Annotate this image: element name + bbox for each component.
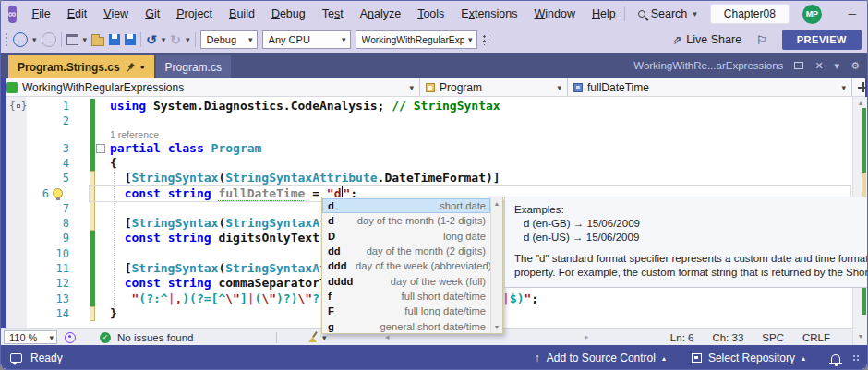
navigate-back-chevron-icon[interactable]: ▾ — [32, 35, 37, 44]
line-number: 4 — [27, 156, 75, 171]
gear-icon[interactable]: ⚙ — [850, 60, 860, 72]
completion-item-d[interactable]: dshort date — [322, 198, 490, 213]
menu-analyze[interactable]: Analyze — [352, 1, 409, 27]
code-line-4[interactable]: { — [110, 156, 117, 171]
change-track-mark — [90, 99, 95, 171]
menu-window[interactable]: Window — [525, 1, 583, 27]
code-line-13[interactable]: "(?:^|,)(?=[^\"]|(\")?)\"?( — [110, 292, 327, 306]
scroll-down-icon[interactable]: ▼ — [491, 324, 502, 330]
save-all-button[interactable] — [125, 34, 136, 45]
collapse-toggle[interactable] — [96, 144, 105, 153]
pin-icon[interactable] — [124, 60, 137, 73]
undo-button[interactable]: ↺ — [146, 32, 157, 47]
startup-project-dropdown[interactable]: WorkingWithRegularExpressions ▾ — [356, 30, 477, 49]
code-line-5[interactable]: [StringSyntax(StringSyntaxAttribute.Date… — [110, 171, 500, 185]
new-project-chevron-icon[interactable]: ▾ — [83, 35, 88, 44]
lightbulb-icon[interactable] — [53, 188, 63, 198]
undo-chevron-icon[interactable]: ▾ — [162, 35, 166, 44]
save-button[interactable] — [109, 34, 120, 45]
type-dropdown[interactable]: Program ▾ — [420, 78, 568, 96]
menu-tools[interactable]: Tools — [409, 1, 452, 27]
code-line-9[interactable]: const string digitsOnlyText = — [110, 231, 341, 245]
menu-git[interactable]: Git — [137, 1, 168, 27]
code-line-11[interactable]: [StringSyntax(StringSyntaxAtt — [110, 261, 334, 276]
completion-description: day of the month (1-2 digits) — [356, 215, 486, 226]
redo-button[interactable]: ↻ — [170, 32, 181, 47]
code-line-3[interactable]: partial class Program — [110, 141, 261, 156]
chevron-down-icon: ▾ — [342, 35, 346, 44]
completion-item-D[interactable]: Dlong date — [322, 229, 490, 244]
new-project-button[interactable] — [66, 34, 78, 45]
line-number: 12 — [27, 276, 75, 291]
code-line-1[interactable]: using System.Diagnostics.CodeAnalysis; /… — [110, 99, 500, 113]
platform-dropdown[interactable]: Any CPU ▾ — [262, 30, 351, 49]
accessibility-icon[interactable] — [65, 332, 76, 343]
completion-item-dddd[interactable]: ddddday of the week (full) — [322, 273, 490, 288]
menu-edit[interactable]: Edit — [59, 1, 96, 27]
spaces-indicator: SPC — [762, 332, 784, 343]
hscroll-right-icon[interactable]: ▸ — [585, 332, 589, 341]
codelens-references[interactable]: 1 reference — [110, 129, 159, 141]
minimize-button[interactable]: ─ — [835, 2, 868, 26]
code-line-6[interactable]: const string fullDateTime = "d"; — [110, 186, 357, 201]
glyph-margin[interactable] — [6, 97, 27, 328]
scroll-up-icon[interactable]: ▲ — [853, 100, 868, 106]
intellisense-scrollbar[interactable]: ▲ ▼ — [490, 197, 502, 333]
resize-grip[interactable] — [852, 354, 860, 362]
navigate-back-button[interactable]: ← — [13, 32, 28, 47]
open-file-button[interactable] — [91, 37, 104, 46]
menu-debug[interactable]: Debug — [263, 1, 314, 27]
menu-build[interactable]: Build — [221, 1, 263, 27]
run-settings-icon[interactable] — [482, 34, 488, 45]
menu-help[interactable]: Help — [584, 1, 624, 27]
keep-open-icon[interactable] — [794, 62, 803, 69]
completion-item-dd[interactable]: ddday of the month (2 digits) — [322, 244, 490, 258]
avatar[interactable]: MP — [802, 5, 822, 24]
add-to-source-control-button[interactable]: Add to Source Control — [547, 352, 656, 364]
close-icon[interactable]: ✕ — [814, 60, 823, 72]
toolbar-grip[interactable] — [5, 32, 8, 47]
search-box[interactable]: Search ▾ — [638, 7, 697, 20]
completion-item-ddd[interactable]: dddday of the week (abbreviated) — [322, 258, 490, 273]
caret-up-icon[interactable]: ▴ — [662, 354, 666, 363]
caret-up-icon[interactable]: ▴ — [802, 354, 805, 363]
live-share-button[interactable]: ⇗ Live Share — [671, 33, 741, 47]
completion-item-F[interactable]: Ffull long date/time — [322, 304, 490, 318]
split-icon — [858, 82, 863, 92]
completion-item-g[interactable]: ggeneral short date/time — [322, 318, 490, 333]
menu-project[interactable]: Project — [168, 1, 221, 27]
intellisense-popup: dshort datedday of the month (1-2 digits… — [321, 197, 503, 334]
repository-icon — [692, 353, 702, 363]
visual-studio-logo-icon: ∞ — [8, 6, 17, 23]
completion-item-d[interactable]: dday of the month (1-2 digits) — [322, 213, 490, 228]
code-line-8[interactable]: [StringSyntax(StringSyntaxAtt — [110, 216, 334, 231]
project-dropdown[interactable]: WorkingWithRegularExpressions ▾ — [1, 78, 420, 96]
member-dropdown[interactable]: fullDateTime ▾ — [568, 78, 852, 96]
zoom-dropdown[interactable]: 110 % ▾ — [4, 330, 57, 344]
menu-view[interactable]: View — [95, 1, 137, 27]
menu-file[interactable]: File — [24, 1, 59, 27]
feedback-bubble-icon[interactable] — [10, 353, 22, 363]
menu-extensions[interactable]: Extensions — [452, 1, 525, 27]
preview-button[interactable]: PREVIEW — [782, 30, 862, 50]
code-line-13-tail[interactable]: |$)"; — [502, 292, 538, 306]
chevron-down-icon[interactable]: ▾ — [835, 60, 840, 72]
check-circle-icon: ✓ — [100, 332, 111, 343]
configuration-dropdown[interactable]: Debug ▾ — [200, 30, 258, 49]
code-line-14[interactable]: } — [110, 306, 117, 321]
navigate-forward-button[interactable]: → — [42, 32, 56, 47]
tab-program-strings-cs[interactable]: Program.Strings.cs ● — [8, 55, 154, 78]
code-line-12[interactable]: const string commaSeparatorTe — [110, 276, 334, 291]
notifications-bell-icon[interactable] — [831, 354, 840, 363]
tab-program-cs[interactable]: Program.cs — [156, 55, 231, 78]
solution-name-badge[interactable]: Chapter08 — [710, 4, 790, 24]
feedback-icon[interactable]: ⚐ — [756, 33, 767, 47]
scroll-down-icon[interactable]: ▼ — [853, 333, 868, 340]
issues-status[interactable]: No issues found — [117, 332, 193, 343]
menu-test[interactable]: Test — [314, 1, 352, 27]
title-separator — [624, 6, 625, 21]
completion-item-f[interactable]: ffull short date/time — [322, 289, 490, 304]
select-repository-button[interactable]: Select Repository — [708, 352, 795, 364]
redo-chevron-icon[interactable]: ▾ — [186, 35, 190, 44]
scroll-up-icon[interactable]: ▲ — [491, 200, 502, 207]
